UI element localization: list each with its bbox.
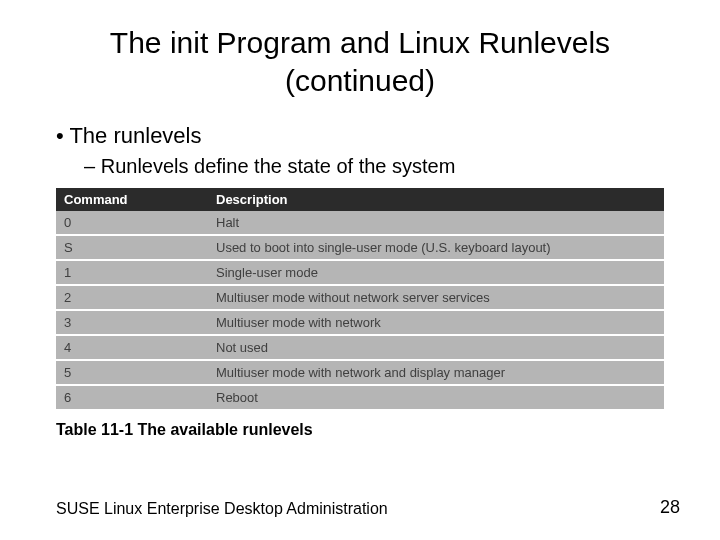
table-row: 0 Halt xyxy=(56,211,664,235)
table-header-command: Command xyxy=(56,188,208,211)
bullet-list: The runlevels Runlevels define the state… xyxy=(0,123,720,178)
cell-cmd: S xyxy=(56,235,208,260)
cell-desc: Multiuser mode with network xyxy=(208,310,664,335)
cell-cmd: 2 xyxy=(56,285,208,310)
runlevel-table-wrap: Command Description 0 Halt S Used to boo… xyxy=(56,188,664,411)
cell-cmd: 5 xyxy=(56,360,208,385)
cell-cmd: 0 xyxy=(56,211,208,235)
title-line-1: The init Program and Linux Runlevels xyxy=(110,26,610,59)
cell-desc: Reboot xyxy=(208,385,664,410)
slide-title: The init Program and Linux Runlevels (co… xyxy=(0,0,720,117)
slide: The init Program and Linux Runlevels (co… xyxy=(0,0,720,540)
bullet-level-2-text: Runlevels define the state of the system xyxy=(101,155,456,177)
bullet-level-2: Runlevels define the state of the system xyxy=(84,155,680,178)
cell-desc: Multiuser mode without network server se… xyxy=(208,285,664,310)
table-row: S Used to boot into single-user mode (U.… xyxy=(56,235,664,260)
cell-desc: Used to boot into single-user mode (U.S.… xyxy=(208,235,664,260)
cell-cmd: 1 xyxy=(56,260,208,285)
bullet-level-1-text: The runlevels xyxy=(69,123,201,148)
table-row: 2 Multiuser mode without network server … xyxy=(56,285,664,310)
table-row: 1 Single-user mode xyxy=(56,260,664,285)
table-caption: Table 11-1 The available runlevels xyxy=(56,421,664,439)
cell-desc: Halt xyxy=(208,211,664,235)
table-row: 5 Multiuser mode with network and displa… xyxy=(56,360,664,385)
footer-left: SUSE Linux Enterprise Desktop Administra… xyxy=(56,500,388,518)
cell-desc: Single-user mode xyxy=(208,260,664,285)
table-row: 4 Not used xyxy=(56,335,664,360)
table-header-row: Command Description xyxy=(56,188,664,211)
cell-desc: Not used xyxy=(208,335,664,360)
table-header-description: Description xyxy=(208,188,664,211)
cell-cmd: 4 xyxy=(56,335,208,360)
bullet-level-1: The runlevels xyxy=(56,123,680,149)
runlevel-table: Command Description 0 Halt S Used to boo… xyxy=(56,188,664,411)
cell-cmd: 6 xyxy=(56,385,208,410)
title-line-2: (continued) xyxy=(285,64,435,97)
table-row: 3 Multiuser mode with network xyxy=(56,310,664,335)
cell-cmd: 3 xyxy=(56,310,208,335)
cell-desc: Multiuser mode with network and display … xyxy=(208,360,664,385)
table-row: 6 Reboot xyxy=(56,385,664,410)
page-number: 28 xyxy=(660,497,680,518)
